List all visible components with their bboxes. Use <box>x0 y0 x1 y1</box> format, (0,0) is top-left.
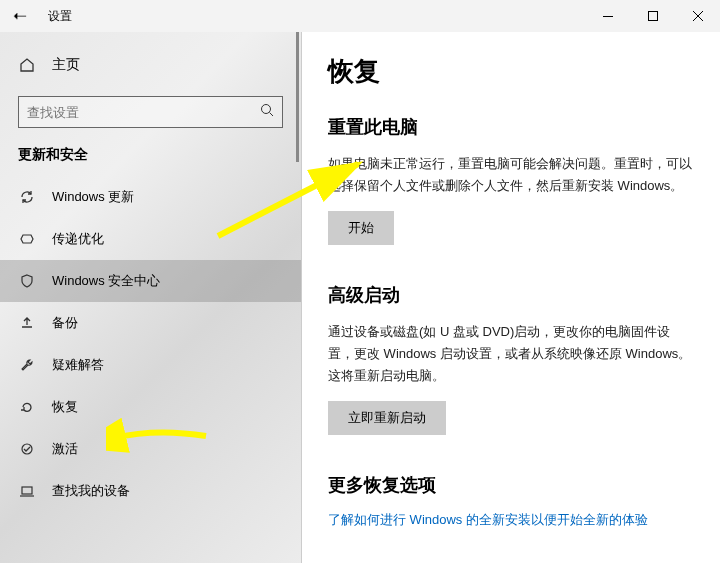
sync-icon <box>18 188 36 206</box>
sidebar: 主页 更新和安全 Windows 更新 传递优化 Windows 安全中 <box>0 32 302 563</box>
sidebar-item-delivery[interactable]: 传递优化 <box>0 218 301 260</box>
titlebar: 🠐 设置 <box>0 0 720 32</box>
window-title: 设置 <box>48 8 72 25</box>
sidebar-item-find-device[interactable]: 查找我的设备 <box>0 470 301 512</box>
home-label: 主页 <box>52 56 80 74</box>
back-button[interactable]: 🠐 <box>0 0 40 32</box>
scrollbar[interactable] <box>296 32 299 162</box>
search-input[interactable] <box>27 105 260 120</box>
activation-icon <box>18 440 36 458</box>
find-device-icon <box>18 482 36 500</box>
sidebar-item-recovery[interactable]: 恢复 <box>0 386 301 428</box>
wrench-icon <box>18 356 36 374</box>
reset-start-button[interactable]: 开始 <box>328 211 394 245</box>
recovery-icon <box>18 398 36 416</box>
more-heading: 更多恢复选项 <box>328 473 694 497</box>
sidebar-item-label: 传递优化 <box>52 230 104 248</box>
sidebar-item-label: 备份 <box>52 314 78 332</box>
reset-heading: 重置此电脑 <box>328 115 694 139</box>
backup-icon <box>18 314 36 332</box>
shield-icon <box>18 272 36 290</box>
home-nav[interactable]: 主页 <box>0 48 301 82</box>
fresh-install-link[interactable]: 了解如何进行 Windows 的全新安装以便开始全新的体验 <box>328 511 694 529</box>
advanced-description: 通过设备或磁盘(如 U 盘或 DVD)启动，更改你的电脑固件设置，更改 Wind… <box>328 321 694 387</box>
minimize-icon <box>603 16 613 17</box>
sidebar-item-troubleshoot[interactable]: 疑难解答 <box>0 344 301 386</box>
search-box[interactable] <box>18 96 283 128</box>
sidebar-item-label: 查找我的设备 <box>52 482 130 500</box>
sidebar-item-label: 恢复 <box>52 398 78 416</box>
svg-point-4 <box>262 105 271 114</box>
sidebar-item-backup[interactable]: 备份 <box>0 302 301 344</box>
sidebar-item-windows-update[interactable]: Windows 更新 <box>0 176 301 218</box>
window-controls <box>585 0 720 32</box>
sidebar-item-activation[interactable]: 激活 <box>0 428 301 470</box>
minimize-button[interactable] <box>585 0 630 32</box>
delivery-icon <box>18 230 36 248</box>
search-icon <box>260 103 274 121</box>
maximize-icon <box>648 11 658 21</box>
svg-point-6 <box>22 444 32 454</box>
close-button[interactable] <box>675 0 720 32</box>
restart-now-button[interactable]: 立即重新启动 <box>328 401 446 435</box>
sidebar-item-label: 疑难解答 <box>52 356 104 374</box>
page-heading: 恢复 <box>328 54 694 89</box>
sidebar-item-security[interactable]: Windows 安全中心 <box>0 260 301 302</box>
maximize-button[interactable] <box>630 0 675 32</box>
content-panel: 恢复 重置此电脑 如果电脑未正常运行，重置电脑可能会解决问题。重置时，可以选择保… <box>302 32 720 563</box>
sidebar-item-label: Windows 更新 <box>52 188 134 206</box>
svg-rect-0 <box>603 16 613 17</box>
sidebar-item-label: Windows 安全中心 <box>52 272 160 290</box>
svg-rect-1 <box>648 12 657 21</box>
close-icon <box>693 11 703 21</box>
sidebar-item-label: 激活 <box>52 440 78 458</box>
section-title: 更新和安全 <box>0 146 301 176</box>
arrow-left-icon: 🠐 <box>13 8 27 24</box>
reset-description: 如果电脑未正常运行，重置电脑可能会解决问题。重置时，可以选择保留个人文件或删除个… <box>328 153 694 197</box>
svg-rect-7 <box>22 487 32 494</box>
svg-line-5 <box>270 113 274 117</box>
advanced-heading: 高级启动 <box>328 283 694 307</box>
home-icon <box>18 56 36 74</box>
